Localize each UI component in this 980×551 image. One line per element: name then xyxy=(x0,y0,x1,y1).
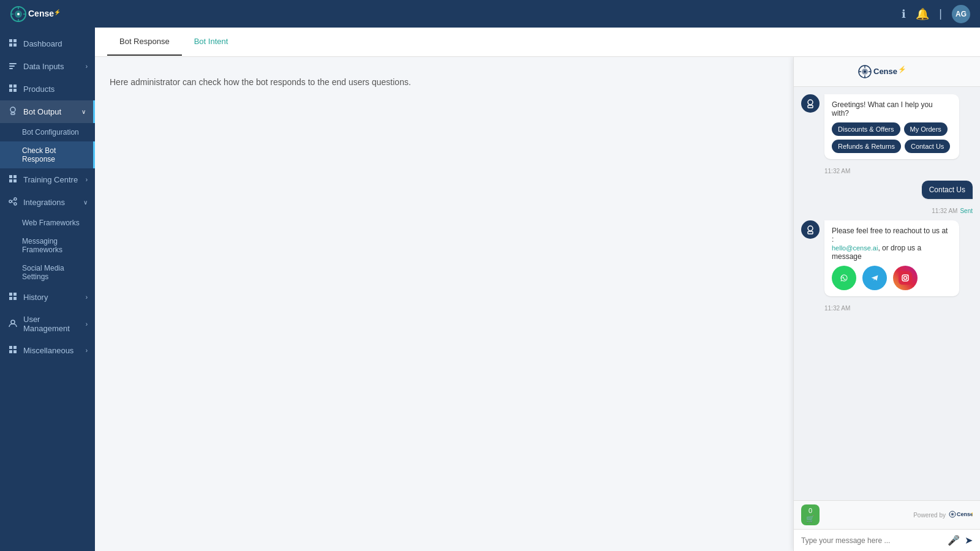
mic-icon[interactable]: 🎤 xyxy=(948,534,960,546)
svg-rect-23 xyxy=(13,175,17,178)
svg-rect-17 xyxy=(13,84,17,88)
send-icon[interactable]: ➤ xyxy=(965,534,973,546)
svg-point-28 xyxy=(14,203,17,205)
svg-point-27 xyxy=(14,198,17,200)
svg-rect-34 xyxy=(13,297,17,300)
whatsapp-icon[interactable] xyxy=(832,266,856,290)
sidebar-item-dashboard[interactable]: Dashboard xyxy=(0,32,95,55)
svg-text:Cense: Cense xyxy=(28,9,54,18)
powered-by-link: Cense ⚡ xyxy=(948,510,973,520)
sidebar-subitem-social-media-settings[interactable]: Social Media Settings xyxy=(0,259,95,286)
info-icon[interactable]: ℹ xyxy=(902,7,906,21)
user-mgmt-chevron: › xyxy=(86,321,88,328)
chat-msg-user-contact: Contact Us xyxy=(801,181,973,199)
sidebar-item-history-label: History xyxy=(23,293,81,302)
sidebar-item-user-management[interactable]: User Management › xyxy=(0,309,95,339)
tab-bot-response[interactable]: Bot Response xyxy=(107,28,182,56)
chat-msg-bot-contact-response: Please feel free to reachout to us at : … xyxy=(801,220,973,296)
svg-point-51 xyxy=(808,226,813,231)
dashboard-icon xyxy=(7,39,18,49)
cart-count: 0 xyxy=(809,507,812,514)
sidebar-item-bot-output[interactable]: Bot Output ∨ xyxy=(0,100,95,123)
svg-point-35 xyxy=(11,320,15,324)
quick-reply-buttons: Discounts & Offers My Orders Refunds & R… xyxy=(832,122,952,153)
contact-text-prefix: Please feel free to reachout to us at : xyxy=(832,227,948,244)
svg-rect-11 xyxy=(9,43,12,47)
sidebar-item-training-centre[interactable]: Training Centre › xyxy=(0,168,95,191)
svg-rect-33 xyxy=(9,297,12,300)
svg-rect-38 xyxy=(9,350,12,353)
svg-rect-19 xyxy=(13,89,17,92)
bot-avatar-2 xyxy=(801,220,820,239)
greeting-text: Greetings! What can I help you with? Dis… xyxy=(824,94,959,159)
sidebar-item-misc-label: Miscellaneous xyxy=(23,346,81,355)
header-right: ℹ 🔔 | AG xyxy=(902,5,970,23)
content-area: Bot Response Bot Intent Here administrat… xyxy=(95,28,980,551)
cart-icon: 🛒 xyxy=(806,515,815,523)
powered-by: Powered by Cense ⚡ xyxy=(913,510,973,520)
svg-rect-55 xyxy=(899,271,912,285)
description-text: Here administrator can check how the bot… xyxy=(110,75,778,89)
svg-rect-9 xyxy=(9,39,12,42)
chat-bubble-contact-response: Please feel free to reachout to us at : … xyxy=(824,220,959,296)
svg-point-61 xyxy=(952,514,953,515)
svg-rect-15 xyxy=(9,68,13,69)
user-avatar[interactable]: AG xyxy=(952,5,970,23)
svg-rect-52 xyxy=(808,231,813,234)
svg-text:⚡: ⚡ xyxy=(54,9,61,16)
bot-output-icon xyxy=(7,107,18,117)
powered-logo: Cense ⚡ xyxy=(948,510,973,519)
svg-rect-14 xyxy=(9,66,15,67)
svg-rect-31 xyxy=(9,293,12,296)
sidebar-item-data-inputs[interactable]: Data Inputs › xyxy=(0,55,95,78)
bell-icon[interactable]: 🔔 xyxy=(916,7,929,21)
svg-point-20 xyxy=(10,107,15,112)
sidebar-item-history[interactable]: History › xyxy=(0,286,95,309)
chat-logo: Cense ⚡ xyxy=(856,63,918,80)
svg-rect-50 xyxy=(808,105,813,108)
sidebar-item-dashboard-label: Dashboard xyxy=(23,39,88,48)
instagram-icon[interactable] xyxy=(893,266,918,290)
sidebar-item-miscellaneous[interactable]: Miscellaneous › xyxy=(0,339,95,362)
sidebar-item-bot-output-label: Bot Output xyxy=(23,107,77,116)
svg-rect-16 xyxy=(9,84,12,88)
misc-chevron: › xyxy=(86,347,88,354)
svg-text:⚡: ⚡ xyxy=(898,65,907,73)
sidebar-subitem-messaging-frameworks[interactable]: Messaging Frameworks xyxy=(0,232,95,259)
cense-logo-svg: Cense ⚡ xyxy=(10,6,65,23)
user-timestamp: 11:32 AM Sent xyxy=(801,208,973,214)
powered-by-label: Powered by xyxy=(913,512,946,519)
user-mgmt-icon xyxy=(7,319,18,329)
svg-point-2 xyxy=(17,13,20,15)
chat-header: Cense ⚡ xyxy=(794,57,980,87)
svg-point-42 xyxy=(864,70,866,73)
data-inputs-icon xyxy=(7,61,18,72)
tabs-bar: Bot Response Bot Intent xyxy=(95,28,980,57)
quick-reply-contact[interactable]: Contact Us xyxy=(905,140,950,153)
content-body: Here administrator can check how the bot… xyxy=(95,57,980,551)
sidebar-subitem-check-bot-response[interactable]: Check Bot Response xyxy=(0,141,95,168)
chat-cense-logo: Cense ⚡ xyxy=(856,63,918,80)
contact-response-text: Please feel free to reachout to us at : … xyxy=(824,220,959,296)
social-icons-container xyxy=(832,266,952,290)
quick-reply-discounts[interactable]: Discounts & Offers xyxy=(832,122,900,136)
sidebar-item-integrations[interactable]: Integrations ∨ xyxy=(0,191,95,214)
svg-rect-18 xyxy=(9,89,12,92)
training-chevron: › xyxy=(86,176,88,183)
tab-bot-intent[interactable]: Bot Intent xyxy=(182,28,241,56)
quick-reply-orders[interactable]: My Orders xyxy=(904,122,948,136)
sidebar-item-user-mgmt-label: User Management xyxy=(23,315,81,333)
svg-point-49 xyxy=(808,100,813,105)
cart-badge[interactable]: 0 🛒 xyxy=(801,504,820,525)
quick-reply-refunds[interactable]: Refunds & Returns xyxy=(832,140,901,153)
user-bubble-contact: Contact Us xyxy=(922,181,973,199)
svg-rect-37 xyxy=(13,346,17,349)
telegram-icon[interactable] xyxy=(862,266,887,290)
sidebar-subitem-web-frameworks[interactable]: Web Frameworks xyxy=(0,214,95,232)
svg-rect-13 xyxy=(9,63,17,64)
chat-input[interactable] xyxy=(801,536,943,545)
contact-email[interactable]: hello@cense.ai xyxy=(832,244,878,252)
divider: | xyxy=(939,7,942,20)
sidebar-item-products[interactable]: Products xyxy=(0,78,95,100)
sidebar-subitem-bot-configuration[interactable]: Bot Configuration xyxy=(0,123,95,141)
